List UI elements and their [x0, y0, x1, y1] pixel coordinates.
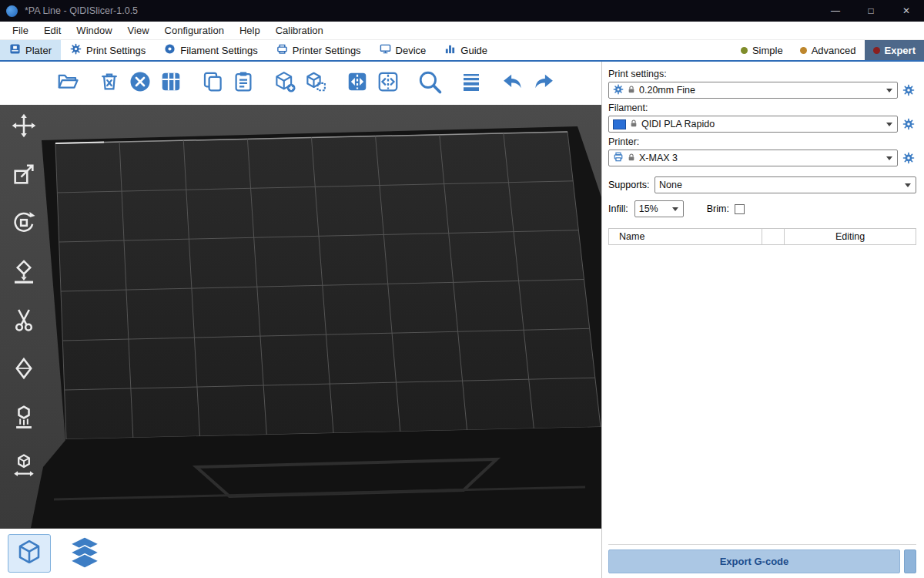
simple-mode-dot-icon — [741, 47, 748, 54]
print-settings-gear-button[interactable] — [901, 84, 916, 96]
measure-icon — [11, 452, 37, 482]
add-instance-icon — [273, 70, 296, 96]
tab-plater[interactable]: Plater — [0, 40, 61, 60]
supports-label: Supports: — [608, 180, 654, 190]
clone-instance-button[interactable] — [302, 69, 330, 97]
tab-filament-settings[interactable]: Filament Settings — [155, 40, 266, 60]
mode-label: Advanced — [812, 45, 856, 56]
menu-edit[interactable]: Edit — [36, 22, 69, 39]
cube-3d-icon — [15, 538, 43, 569]
seam-paint-tool-button[interactable] — [6, 352, 42, 388]
delete-button[interactable] — [95, 69, 123, 97]
clone-instance-icon — [304, 70, 327, 96]
arrange-button[interactable] — [157, 69, 185, 97]
lock-icon — [630, 119, 638, 130]
tab-print-settings[interactable]: Print Settings — [61, 40, 155, 60]
split-to-parts-button[interactable] — [374, 69, 402, 97]
search-button[interactable] — [416, 69, 444, 97]
menu-window[interactable]: Window — [69, 22, 119, 39]
print-settings-combo[interactable]: 0.20mm Fine — [608, 82, 898, 99]
menu-help[interactable]: Help — [232, 22, 268, 39]
open-folder-icon — [56, 70, 79, 96]
filament-color-swatch — [613, 119, 626, 129]
app-logo-icon[interactable] — [6, 5, 18, 17]
menu-view[interactable]: View — [120, 22, 157, 39]
menu-file[interactable]: File — [5, 22, 36, 39]
paste-button[interactable] — [229, 69, 257, 97]
scale-tool-button[interactable] — [6, 158, 42, 193]
move-tool-button[interactable] — [6, 109, 42, 145]
settings-panel: Print settings: 0.20mm Fine Filament: QI… — [601, 62, 924, 578]
place-on-face-tool-button[interactable] — [6, 255, 42, 291]
cut-tool-button[interactable] — [6, 304, 42, 339]
view-mode-bar — [0, 529, 601, 578]
window-controls: — □ ✕ — [818, 0, 924, 22]
add-instance-button[interactable] — [271, 69, 299, 97]
column-header-editing: Editing — [784, 228, 916, 245]
mode-simple[interactable]: Simple — [732, 40, 792, 60]
minimize-button[interactable]: — — [818, 0, 853, 22]
layers-stack-icon — [68, 535, 102, 572]
tab-label: Guide — [460, 45, 487, 56]
menu-configuration[interactable]: Configuration — [157, 22, 232, 39]
trash-icon — [98, 70, 121, 96]
printer-value: X-MAX 3 — [639, 153, 882, 163]
printer-combo[interactable]: X-MAX 3 — [608, 150, 898, 166]
infill-combo[interactable]: 15% — [634, 200, 684, 217]
menu-calibration[interactable]: Calibration — [268, 22, 331, 39]
filament-combo[interactable]: QIDI PLA Rapido — [608, 116, 898, 133]
split-to-objects-button[interactable] — [343, 69, 371, 97]
column-header-name: Name — [608, 228, 762, 245]
move-icon — [11, 113, 37, 142]
chevron-down-icon — [886, 123, 892, 126]
filament-icon — [164, 43, 176, 57]
print-settings-label: Print settings: — [608, 69, 916, 79]
export-options-button[interactable] — [904, 549, 916, 573]
maximize-button[interactable]: □ — [853, 0, 889, 22]
editor-3d-toggle[interactable] — [8, 534, 51, 573]
tab-printer-settings[interactable]: Printer Settings — [267, 40, 370, 60]
plater-icon — [9, 43, 21, 57]
rotate-tool-button[interactable] — [6, 207, 42, 242]
open-project-button[interactable] — [54, 69, 82, 97]
brim-checkbox[interactable] — [735, 204, 745, 214]
workspace — [0, 62, 601, 578]
mode-label: Simple — [752, 45, 783, 56]
titlebar[interactable]: *PA Line - QIDISlicer-1.0.5 — □ ✕ — [0, 0, 924, 22]
expert-mode-dot-icon — [873, 47, 880, 54]
filament-label: Filament: — [608, 102, 916, 113]
search-icon — [417, 69, 443, 98]
object-list[interactable] — [608, 245, 916, 544]
supports-combo[interactable]: None — [654, 176, 916, 193]
plater-toolbar — [0, 62, 601, 105]
arrange-grid-icon — [159, 70, 182, 96]
filament-gear-button[interactable] — [901, 118, 916, 130]
mode-advanced[interactable]: Advanced — [792, 40, 865, 60]
support-icon — [11, 404, 37, 433]
variable-layer-height-button[interactable] — [457, 69, 485, 97]
export-gcode-button[interactable]: Export G-code — [608, 549, 900, 573]
tab-label: Plater — [25, 45, 52, 56]
preview-toggle[interactable] — [62, 533, 108, 574]
undo-button[interactable] — [499, 69, 527, 97]
split-objects-icon — [346, 70, 369, 96]
delete-all-icon — [129, 70, 152, 96]
tab-guide[interactable]: Guide — [435, 40, 497, 60]
redo-button[interactable] — [530, 69, 557, 97]
copy-button[interactable] — [199, 69, 226, 97]
flatten-icon — [11, 258, 37, 287]
tab-label: Device — [396, 45, 427, 56]
chevron-down-icon — [886, 89, 892, 92]
mode-expert[interactable]: Expert — [865, 40, 924, 60]
delete-all-button[interactable] — [126, 69, 154, 97]
tab-device[interactable]: Device — [370, 40, 436, 60]
tab-label: Print Settings — [86, 45, 146, 56]
guide-bars-icon — [444, 43, 456, 57]
scissors-icon — [11, 307, 37, 336]
support-paint-tool-button[interactable] — [6, 401, 42, 436]
close-button[interactable]: ✕ — [889, 0, 924, 22]
layer-height-icon — [460, 70, 483, 96]
measure-tool-button[interactable] — [6, 449, 42, 485]
viewport-3d[interactable] — [0, 105, 601, 529]
printer-gear-button[interactable] — [901, 152, 916, 164]
